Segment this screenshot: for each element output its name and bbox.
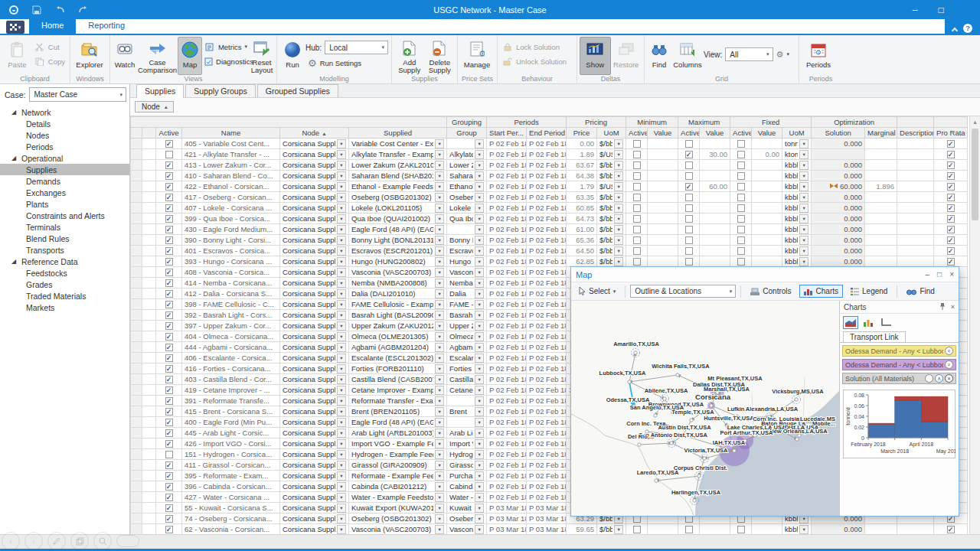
sidebar-item-exchanges[interactable]: Exchanges: [0, 187, 129, 198]
sidebar-item-markets[interactable]: Markets: [0, 302, 129, 313]
column-header-value[interactable]: Value: [752, 128, 782, 139]
map-button[interactable]: Map: [178, 37, 202, 75]
grid-settings-icon[interactable]: ⚙: [776, 50, 784, 60]
run-button[interactable]: Run: [279, 37, 305, 75]
tree-expander-icon[interactable]: ◢: [11, 109, 17, 116]
zoom-slider[interactable]: [116, 535, 139, 547]
column-header-price[interactable]: Price: [567, 128, 597, 139]
column-header-pro-rata[interactable]: Pro Rata: [934, 128, 968, 139]
column-header-uom[interactable]: UoM: [782, 128, 812, 139]
tab-reporting[interactable]: Reporting: [76, 19, 137, 34]
table-row[interactable]: 399 - Qua Iboe - Corsica...Corsicana Sup…: [131, 214, 968, 224]
column-header-end-period[interactable]: End Period: [527, 128, 567, 139]
column-header-active[interactable]: Active: [678, 128, 700, 139]
sidebar-item-transports[interactable]: Transports: [0, 244, 129, 256]
sidebar-item-constraints-and-alerts[interactable]: Constraints and Alerts: [0, 210, 129, 221]
redo-icon[interactable]: [77, 5, 89, 15]
tree-expander-icon[interactable]: ◢: [11, 155, 17, 161]
show-deltas-button[interactable]: Show: [580, 37, 611, 75]
map-legend-button[interactable]: Legend: [846, 285, 892, 298]
table-row[interactable]: 430 - Eagle Ford Medium...Corsicana Supp…: [131, 224, 968, 235]
sidebar-item-supplies[interactable]: Supplies: [0, 164, 129, 175]
save-icon[interactable]: [31, 5, 43, 15]
metrics-button[interactable]: Metrics▾: [202, 41, 250, 53]
diagnostics-button[interactable]: Diagnostics: [202, 55, 250, 67]
run-settings-button[interactable]: ⚙ Run Settings: [305, 57, 388, 70]
case-select[interactable]: Master Case▾: [29, 87, 126, 102]
pin-icon[interactable]: [939, 303, 946, 310]
sidebar-item-blend-rules[interactable]: Blend Rules: [0, 233, 129, 244]
table-row[interactable]: 407 - Lokele - Corsicana ...Corsicana Su…: [131, 203, 968, 214]
map-close-icon[interactable]: ×: [949, 270, 954, 279]
column-header-active[interactable]: Active: [730, 128, 752, 139]
column-header-active[interactable]: Active: [156, 128, 182, 139]
expand-series-icon[interactable]: »: [945, 347, 953, 355]
map-find-button[interactable]: Find: [902, 285, 939, 298]
expand-series-icon[interactable]: »: [945, 360, 953, 369]
column-header-start-per-[interactable]: Start Per...▲: [487, 128, 527, 139]
undo-icon[interactable]: [54, 5, 66, 15]
axes-chart-type-button[interactable]: [878, 316, 893, 329]
table-row[interactable]: 393 - Hungo - Corsicana ...Corsicana Sup…: [131, 256, 968, 267]
map-minimize-icon[interactable]: –: [926, 270, 930, 279]
map-window-titlebar[interactable]: Map – □ ×: [571, 267, 959, 282]
map-charts-button[interactable]: Charts: [799, 285, 843, 298]
sidebar-item-traded-materials[interactable]: Traded Materials: [0, 290, 129, 302]
table-row[interactable]: 413 - Lower Zakum - Cor...Corsicana Supp…: [131, 160, 968, 171]
grid-vertical-scrollbar[interactable]: ▲: [969, 116, 980, 534]
column-header-value[interactable]: Value: [648, 128, 678, 139]
column-header-supplied[interactable]: Supplied: [349, 128, 447, 139]
series-up-icon[interactable]: ∧: [935, 374, 943, 383]
map-controls-button[interactable]: Controls: [746, 285, 795, 298]
column-header-value[interactable]: Value: [700, 128, 730, 139]
column-header-active[interactable]: Active: [626, 128, 648, 139]
column-header-solution[interactable]: Solution: [812, 128, 865, 139]
column-header-description[interactable]: Description: [897, 128, 934, 139]
collapse-ribbon-icon[interactable]: [952, 28, 958, 34]
column-header-uom[interactable]: UoM: [597, 128, 626, 139]
periods-button[interactable]: Periods: [802, 37, 835, 75]
table-row[interactable]: 422 - Ethanol - Corsican...Corsicana Sup…: [131, 181, 968, 192]
column-header-node[interactable]: Node▲: [280, 128, 349, 139]
tab-grouped-supplies[interactable]: Grouped Supplies: [257, 84, 338, 97]
sidebar-item-demands[interactable]: Demands: [0, 175, 129, 187]
delete-supply-button[interactable]: Delete Supply: [425, 37, 456, 75]
tab-supplies[interactable]: Supplies: [136, 84, 184, 98]
chart-series-item[interactable]: Solution (All Materials)∧×: [842, 373, 956, 384]
windows-layout-icon[interactable]: [70, 532, 89, 550]
sidebar-item-nodes[interactable]: Nodes: [0, 129, 129, 141]
table-row[interactable]: 417 - Oseberg - Corsican...Corsicana Sup…: [131, 192, 968, 203]
table-row[interactable]: 62 - Vasconia - Corsican...Corsicana Sup…: [131, 524, 968, 535]
table-row[interactable]: 405 - Variable Cost Cent...Corsicana Sup…: [131, 139, 968, 149]
add-supply-button[interactable]: Add Supply: [394, 37, 425, 75]
area-chart-type-button[interactable]: [843, 316, 858, 329]
app-menu-button[interactable]: ▾: [6, 21, 24, 34]
map-maximize-icon[interactable]: □: [937, 270, 942, 279]
sidebar-item-terminals[interactable]: Terminals: [0, 221, 129, 233]
scrollbar-thumb[interactable]: [972, 129, 978, 220]
sidebar-item-network[interactable]: ◢Network: [0, 106, 129, 118]
tab-supply-groups[interactable]: Supply Groups: [185, 84, 255, 97]
chart-series-item[interactable]: Odessa Demand - Any < Lubboc...»: [842, 345, 956, 357]
minimize-button[interactable]: –: [902, 0, 928, 19]
column-header-marginal[interactable]: Marginal: [865, 128, 897, 139]
tab-home[interactable]: Home: [29, 19, 76, 34]
nav-back-icon[interactable]: ‹: [2, 532, 20, 550]
table-row[interactable]: 421 - Alkylate Transfer - ...Corsicana S…: [131, 149, 968, 160]
sidebar-item-grades[interactable]: Grades: [0, 279, 129, 290]
columns-button[interactable]: Columns: [671, 37, 704, 75]
table-row[interactable]: 401 - Escravos - Corsica...Corsicana Sup…: [131, 246, 968, 256]
tree-expander-icon[interactable]: ◢: [11, 259, 17, 265]
table-row[interactable]: 410 - Saharan Blend - Co...Corsicana Sup…: [131, 171, 968, 181]
scroll-up-icon[interactable]: ▲: [970, 116, 980, 127]
explorer-button[interactable]: Explorer: [73, 37, 106, 75]
map-layer-select[interactable]: Outline & Locations▾: [630, 285, 736, 298]
sidebar-item-feedstocks[interactable]: Feedstocks: [0, 267, 129, 279]
case-comparison-button[interactable]: Case Comparison: [137, 37, 178, 75]
sidebar-item-periods[interactable]: Periods: [0, 141, 129, 152]
sidebar-item-details[interactable]: Details: [0, 118, 129, 129]
edit-pencil-icon[interactable]: [47, 532, 66, 550]
node-group-chip[interactable]: Node▴: [135, 101, 174, 112]
help-icon[interactable]: ?: [963, 24, 972, 33]
reset-layout-button[interactable]: Reset Layout: [250, 37, 274, 75]
